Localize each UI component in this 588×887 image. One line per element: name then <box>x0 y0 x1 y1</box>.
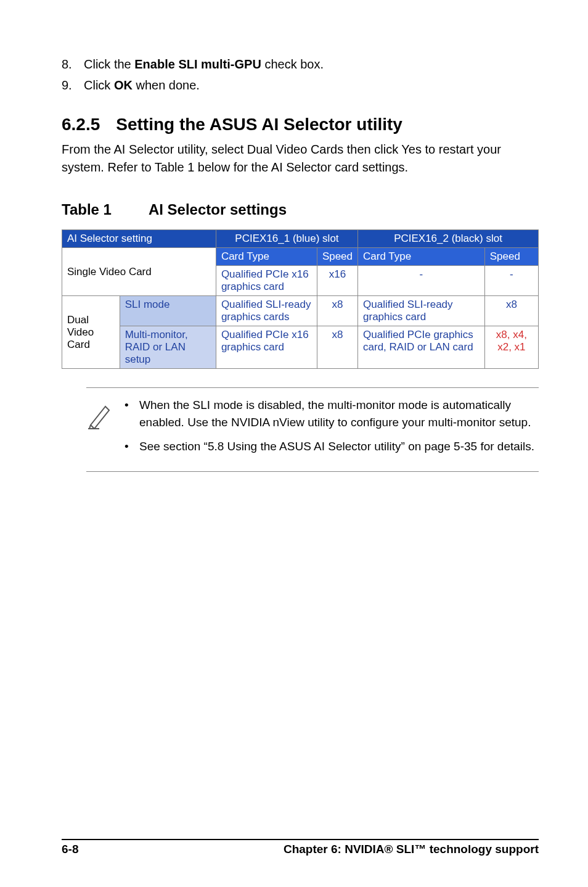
single-slot1-speed: x16 <box>317 266 357 296</box>
row-single-label: Single Video Card <box>62 248 216 296</box>
note-list: • When the SLI mode is disabled, the mul… <box>125 397 536 463</box>
step-8-text: Click the Enable SLI multi-GPU check box… <box>84 56 324 73</box>
single-slot2-card: - <box>358 266 485 296</box>
row-dual-sli: Dual Video Card SLI mode Qualified SLI-r… <box>62 296 539 326</box>
footer-page-number: 6-8 <box>62 843 78 856</box>
dual-sli-slot1-card: Qualified SLI-ready graphics cards <box>216 296 317 326</box>
step-9-bold: OK <box>114 78 133 92</box>
step-8-post: check box. <box>261 57 324 71</box>
step-9: 9. Click OK when done. <box>62 76 539 94</box>
single-slot2-speed: - <box>484 266 538 296</box>
dual-multi-slot1-card: Qualified PCIe x16 graphics card <box>216 326 317 369</box>
table-heading-num: Table 1 <box>62 201 112 218</box>
step-8-pre: Click the <box>84 57 134 71</box>
hdr-slot2-cardtype: Card Type <box>358 248 485 266</box>
hdr-slot2-speed: Speed <box>484 248 538 266</box>
footer-chapter-title: Chapter 6: NVIDIA® SLI™ technology suppo… <box>284 843 539 856</box>
section-number: 6.2.5 <box>62 115 100 134</box>
dual-multi-slot1-speed: x8 <box>317 326 357 369</box>
step-8: 8. Click the Enable SLI multi-GPU check … <box>62 56 539 73</box>
step-8-bold: Enable SLI multi-GPU <box>134 57 261 71</box>
dual-sli-slot1-speed: x8 <box>317 296 357 326</box>
note-item-1: • When the SLI mode is disabled, the mul… <box>125 397 536 431</box>
table-heading-title: AI Selector settings <box>149 201 287 218</box>
page-footer: 6-8 Chapter 6: NVIDIA® SLI™ technology s… <box>62 839 539 856</box>
pencil-icon <box>86 397 112 463</box>
hdr-slot1-cardtype: Card Type <box>216 248 317 266</box>
step-9-num: 9. <box>62 76 84 94</box>
bullet-icon: • <box>125 438 139 455</box>
note-1-text: When the SLI mode is disabled, the multi… <box>139 397 536 431</box>
step-9-post: when done. <box>133 78 200 92</box>
dual-sli-mode: SLI mode <box>120 296 216 326</box>
row-dual-multi: Multi-monitor, RAID or LAN setup Qualifi… <box>62 326 539 369</box>
section-body: From the AI Selector utility, select Dua… <box>62 141 539 176</box>
dual-multi-mode: Multi-monitor, RAID or LAN setup <box>120 326 216 369</box>
svg-marker-0 <box>89 406 109 429</box>
dual-sli-slot2-card: Qualified SLI-ready graphics card <box>358 296 485 326</box>
dual-sli-slot2-speed: x8 <box>484 296 538 326</box>
table-heading: Table 1 AI Selector settings <box>62 201 539 218</box>
section-title-text: Setting the ASUS AI Selector utility <box>116 115 402 134</box>
dual-multi-slot2-card: Qualified PCIe graphics card, RAID or LA… <box>358 326 485 369</box>
hdr-slot1: PCIEX16_1 (blue) slot <box>216 230 357 248</box>
table-header-row-2: Single Video Card Card Type Speed Card T… <box>62 248 539 266</box>
section-heading: 6.2.5 Setting the ASUS AI Selector utili… <box>62 115 539 134</box>
note-item-2: • See section “5.8 Using the ASUS AI Sel… <box>125 438 536 455</box>
row-dual-label: Dual Video Card <box>62 296 120 369</box>
hdr-slot1-speed: Speed <box>317 248 357 266</box>
table-header-row-1: AI Selector setting PCIEX16_1 (blue) slo… <box>62 230 539 248</box>
note-box: • When the SLI mode is disabled, the mul… <box>86 387 539 472</box>
step-9-pre: Click <box>84 78 114 92</box>
hdr-ai-selector-setting: AI Selector setting <box>62 230 216 248</box>
note-2-text: See section “5.8 Using the ASUS AI Selec… <box>139 438 534 455</box>
dual-multi-slot2-speed: x8, x4, x2, x1 <box>484 326 538 369</box>
bullet-icon: • <box>125 397 139 431</box>
hdr-slot2: PCIEX16_2 (black) slot <box>358 230 539 248</box>
step-9-text: Click OK when done. <box>84 76 200 94</box>
ai-selector-table: AI Selector setting PCIEX16_1 (blue) slo… <box>62 229 539 369</box>
step-8-num: 8. <box>62 56 84 73</box>
single-slot1-card: Qualified PCIe x16 graphics card <box>216 266 317 296</box>
